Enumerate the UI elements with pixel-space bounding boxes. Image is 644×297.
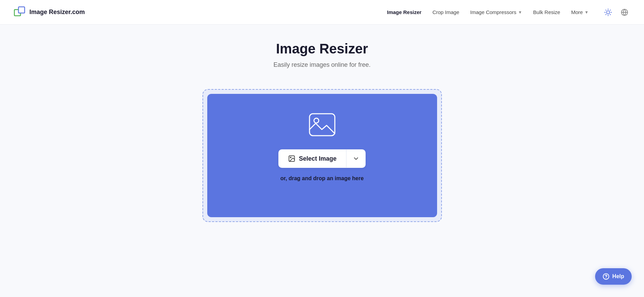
page-subtitle: Easily resize images online for free. bbox=[273, 61, 370, 69]
language-button[interactable] bbox=[619, 7, 630, 18]
select-image-dropdown-button[interactable] bbox=[346, 150, 366, 168]
help-circle-icon bbox=[603, 273, 609, 280]
upload-image-icon bbox=[307, 111, 338, 140]
nav-more[interactable]: More ▼ bbox=[571, 9, 589, 15]
logo-icon bbox=[14, 6, 26, 18]
svg-rect-1 bbox=[18, 7, 25, 13]
svg-rect-13 bbox=[310, 114, 335, 136]
theme-toggle-button[interactable] bbox=[602, 7, 614, 18]
nav-bulk-resize[interactable]: Bulk Resize bbox=[533, 9, 560, 15]
nav-image-compressors[interactable]: Image Compressors ▼ bbox=[470, 9, 522, 15]
help-button[interactable]: Help bbox=[595, 268, 632, 285]
svg-line-6 bbox=[610, 14, 610, 14]
nav-icons bbox=[602, 7, 630, 18]
compressors-chevron-icon: ▼ bbox=[518, 10, 522, 15]
nav-crop-image[interactable]: Crop Image bbox=[432, 9, 459, 15]
logo-text: Image Resizer.com bbox=[29, 9, 85, 16]
svg-point-2 bbox=[606, 11, 609, 14]
svg-point-14 bbox=[314, 118, 319, 123]
select-image-button-group: Select Image bbox=[278, 149, 366, 168]
drag-drop-label: or, drag and drop an image here bbox=[280, 175, 364, 182]
svg-point-16 bbox=[290, 157, 291, 158]
svg-line-9 bbox=[606, 14, 606, 14]
main-nav: Image Resizer Crop Image Image Compresso… bbox=[387, 7, 630, 18]
svg-line-5 bbox=[606, 10, 606, 10]
select-image-button[interactable]: Select Image bbox=[278, 149, 346, 168]
header: Image Resizer.com Image Resizer Crop Ima… bbox=[0, 0, 644, 25]
more-chevron-icon: ▼ bbox=[584, 10, 589, 15]
upload-wrapper: Select Image or, drag and drop an image … bbox=[202, 89, 442, 222]
page-title: Image Resizer bbox=[276, 41, 368, 57]
upload-drop-zone[interactable]: Select Image or, drag and drop an image … bbox=[207, 94, 437, 217]
nav-image-resizer[interactable]: Image Resizer bbox=[387, 9, 422, 15]
logo[interactable]: Image Resizer.com bbox=[14, 6, 85, 18]
svg-line-10 bbox=[610, 10, 610, 10]
select-image-icon bbox=[288, 155, 295, 162]
chevron-down-icon bbox=[353, 155, 359, 162]
main-content: Image Resizer Easily resize images onlin… bbox=[0, 25, 644, 222]
